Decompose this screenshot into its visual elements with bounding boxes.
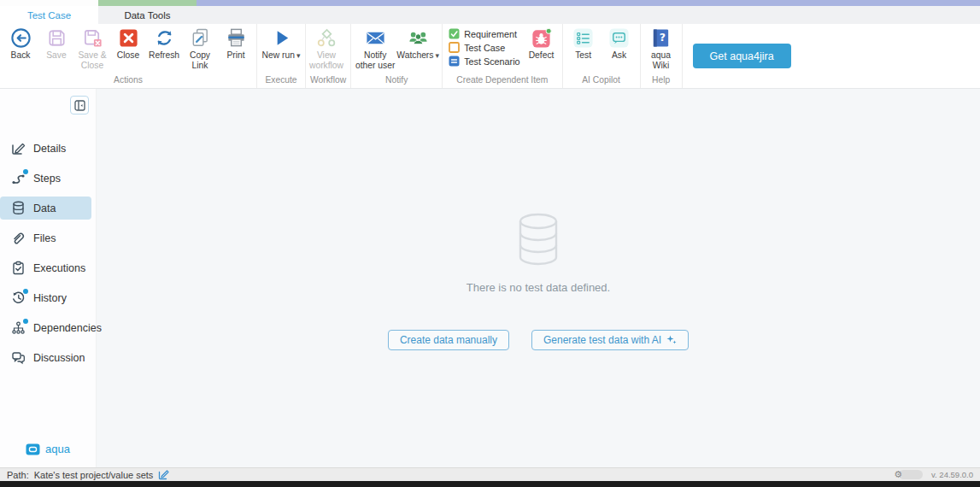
print-label: Print bbox=[226, 50, 244, 61]
workflow-icon bbox=[316, 27, 337, 49]
aqua-logo-text: aqua bbox=[45, 443, 70, 455]
create-dependent-group-label: Create Dependent Item bbox=[445, 74, 559, 88]
badge-dot bbox=[23, 319, 28, 324]
badge-dot bbox=[23, 169, 28, 174]
sidebar-item-files[interactable]: Files bbox=[0, 223, 96, 253]
close-label: Close bbox=[117, 50, 139, 61]
ribbon-toolbar: Back Save bbox=[0, 24, 980, 89]
ai-copilot-buttons: Test Ask bbox=[566, 24, 637, 74]
ribbon-group-create-dependent-item: Requirement Test Case Test Scenario bbox=[443, 24, 562, 88]
create-dependent-buttons: Requirement Test Case Test Scenario bbox=[445, 24, 559, 74]
ai-ask-button[interactable]: Ask bbox=[601, 24, 637, 61]
statusbar-right: ⚙ v. 24.59.0.0 bbox=[894, 469, 973, 480]
refresh-button[interactable]: Refresh bbox=[146, 24, 182, 61]
watchers-label: Watchers bbox=[396, 50, 439, 61]
envelope-icon bbox=[365, 27, 386, 49]
sparkles-icon bbox=[666, 335, 677, 345]
create-test-case-label: Test Case bbox=[464, 43, 505, 53]
sidebar-item-history[interactable]: History bbox=[0, 283, 96, 313]
cta-area: Get aqua4jira bbox=[683, 24, 791, 88]
create-requirement-button[interactable]: Requirement bbox=[449, 28, 519, 39]
create-requirement-label: Requirement bbox=[464, 29, 517, 39]
generate-test-data-ai-button[interactable]: Generate test data with AI bbox=[531, 330, 689, 350]
sidebar-item-steps[interactable]: Steps bbox=[0, 163, 96, 193]
ai-ask-chat-icon bbox=[608, 27, 630, 49]
sidebar-item-executions[interactable]: Executions bbox=[0, 253, 96, 283]
test-case-icon bbox=[449, 42, 460, 53]
close-icon bbox=[118, 27, 139, 49]
save-and-close-label: Save & Close bbox=[74, 50, 110, 70]
help-group-label: Help bbox=[643, 74, 679, 88]
notify-other-user-button[interactable]: Notify other user bbox=[354, 24, 396, 70]
sidebar-item-files-label: Files bbox=[33, 232, 56, 244]
save-icon bbox=[46, 27, 67, 49]
aqua-wiki-button[interactable]: ? aqua Wiki bbox=[643, 24, 679, 70]
tab-test-case-label: Test Case bbox=[27, 10, 71, 21]
create-data-manually-button[interactable]: Create data manually bbox=[388, 330, 509, 350]
ai-test-checklist-icon bbox=[572, 27, 594, 49]
notify-group-label: Notify bbox=[354, 74, 439, 88]
settings-toggle[interactable]: ⚙ bbox=[894, 469, 923, 480]
aqua-logo-icon bbox=[26, 443, 40, 455]
ai-test-label: Test bbox=[575, 50, 591, 61]
actions-group-label: Actions bbox=[3, 74, 254, 88]
actions-buttons: Back Save bbox=[3, 24, 254, 74]
get-aqua4jira-button[interactable]: Get aqua4jira bbox=[693, 44, 791, 68]
notify-other-user-label: Notify other user bbox=[354, 50, 396, 70]
copy-link-label: Copy Link bbox=[182, 50, 218, 70]
wiki-book-icon: ? bbox=[650, 27, 672, 49]
title-bar bbox=[0, 0, 980, 6]
paperclip-icon bbox=[11, 231, 26, 245]
app-window: Test Case Data Tools Back bbox=[0, 0, 980, 487]
test-scenario-icon bbox=[449, 56, 460, 67]
close-button[interactable]: Close bbox=[110, 24, 146, 61]
sidebar-item-discussion[interactable]: Discussion bbox=[0, 343, 96, 373]
watchers-button[interactable]: Watchers bbox=[396, 24, 439, 61]
save-and-close-icon bbox=[82, 27, 103, 49]
create-dependent-list: Requirement Test Case Test Scenario bbox=[445, 24, 523, 69]
sidebar-item-details[interactable]: Details bbox=[0, 133, 96, 163]
path-label: Path: bbox=[7, 470, 29, 480]
tree-icon bbox=[11, 320, 26, 335]
save-and-close-button[interactable]: Save & Close bbox=[74, 24, 110, 70]
create-test-scenario-label: Test Scenario bbox=[464, 56, 519, 67]
database-icon bbox=[11, 201, 26, 215]
create-defect-button[interactable]: Defect bbox=[524, 24, 560, 61]
chat-bubbles-icon bbox=[11, 350, 26, 365]
copy-link-button[interactable]: Copy Link bbox=[182, 24, 218, 70]
sidebar-item-dependencies[interactable]: Dependencies bbox=[0, 313, 96, 343]
svg-text:?: ? bbox=[660, 31, 666, 44]
ai-copilot-group-label: AI Copilot bbox=[566, 74, 637, 88]
execute-group-label: Execute bbox=[260, 74, 302, 88]
collapse-sidebar-button[interactable] bbox=[70, 96, 89, 114]
sidebar-nav: Details Steps Data bbox=[0, 133, 96, 373]
view-workflow-button[interactable]: View workflow bbox=[308, 24, 344, 70]
new-run-button[interactable]: New run bbox=[260, 24, 302, 61]
print-icon bbox=[226, 27, 247, 49]
back-button[interactable]: Back bbox=[3, 24, 38, 61]
tab-data-tools[interactable]: Data Tools bbox=[98, 6, 197, 24]
create-test-case-button[interactable]: Test Case bbox=[449, 42, 519, 53]
workflow-buttons: View workflow bbox=[308, 24, 348, 74]
save-button[interactable]: Save bbox=[38, 24, 74, 61]
sidebar-item-steps-label: Steps bbox=[33, 173, 61, 185]
print-button[interactable]: Print bbox=[218, 24, 254, 61]
ai-ask-label: Ask bbox=[612, 50, 626, 61]
clipboard-icon bbox=[11, 261, 26, 275]
create-data-manually-label: Create data manually bbox=[400, 334, 497, 346]
empty-state-message: There is no test data defined. bbox=[467, 281, 610, 294]
edit-path-icon[interactable] bbox=[158, 469, 169, 480]
play-icon bbox=[271, 27, 292, 49]
tab-test-case[interactable]: Test Case bbox=[0, 6, 98, 24]
history-icon bbox=[11, 290, 26, 305]
create-test-scenario-button[interactable]: Test Scenario bbox=[449, 56, 519, 67]
path-value: Kate's test project/value sets bbox=[34, 470, 154, 480]
main-panel: There is no test data defined. Create da… bbox=[97, 89, 980, 467]
sidebar-item-data[interactable]: Data bbox=[0, 197, 91, 220]
ai-test-button[interactable]: Test bbox=[566, 24, 601, 61]
ribbon-tab-bar: Test Case Data Tools bbox=[0, 6, 980, 24]
version-label: v. 24.59.0.0 bbox=[931, 470, 973, 479]
settings-pill bbox=[899, 470, 923, 479]
defect-icon bbox=[531, 27, 552, 49]
create-defect-label: Defect bbox=[529, 50, 555, 61]
